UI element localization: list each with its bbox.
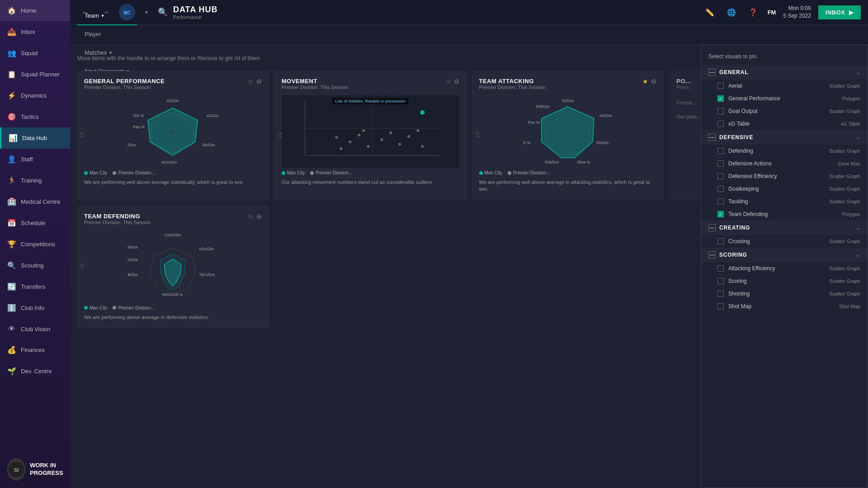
sidebar-item-scouting[interactable]: 🔍Scouting [0,255,70,276]
search-icon[interactable]: 🔍 [158,7,168,17]
staff-icon: 👤 [7,155,16,164]
sidebar-label-medical-centre: Medical Centre [21,198,60,205]
svg-text:xG/Gm: xG/Gm [207,113,218,118]
section-header-left: — DEFENSIVE [708,134,753,141]
visual-checkbox-defensive-efficiency[interactable] [717,173,724,179]
section-header-defensive[interactable]: — DEFENSIVE ⌄ [701,130,868,145]
section-defensive: — DEFENSIVE ⌄ Defending Scatter Graph De… [701,130,868,221]
section-header-general[interactable]: — GENERAL ⌄ [701,65,868,80]
sidebar-item-transfers[interactable]: 🔄Transfers [0,276,70,297]
tactics-icon: 🎯 [7,113,16,121]
visual-item-aerial[interactable]: Aerial Scatter Graph [701,80,868,92]
visual-item-crossing[interactable]: Crossing Scatter Graph [701,235,868,248]
globe-icon-button[interactable]: 🌐 [724,5,739,19]
svg-text:Tck %: Tck % [173,292,183,297]
svg-text:Sh/Gm: Sh/Gm [202,143,215,147]
visual-checkbox-crossing[interactable] [717,238,724,244]
star-button[interactable]: ☆ [248,78,254,85]
section-toggle-general[interactable]: — [708,69,716,76]
visual-checkbox-tackling[interactable] [717,198,724,205]
visual-checkbox-attacking-efficiency[interactable] [717,265,724,272]
sidebar-item-dev-centre[interactable]: 🌱Dev. Centre [0,361,70,382]
section-header-scoring[interactable]: — SCORING ⌄ [701,248,868,262]
remove-button[interactable]: ⊖ [256,213,262,220]
visual-item-goal-output[interactable]: Goal Output Scatter Graph [701,105,868,117]
remove-button[interactable]: ⊖ [651,78,656,85]
card-title: MOVEMENT [282,78,348,84]
medical-centre-icon: 🏥 [7,197,16,206]
sidebar-label-tactics: Tactics [21,113,39,120]
visual-item-general-performance[interactable]: ✓ General Performance Polygon [701,92,868,105]
sidebar-label-squad: Squad [21,50,38,56]
sidebar-item-staff[interactable]: 👤Staff [0,149,70,170]
section-toggle-scoring[interactable]: — [708,251,716,258]
visual-checkbox-shooting[interactable] [717,291,724,297]
subnav-item-overview[interactable]: Overview [77,0,137,7]
visual-type: Zone Map [838,161,860,166]
club-chevron-button[interactable]: ▼ [141,8,152,17]
division-label: Premier Division... [118,170,155,175]
pencil-icon-button[interactable]: ✏️ [703,5,717,19]
sidebar-item-schedule[interactable]: 📅Schedule [0,212,70,234]
visual-checkbox-xg-table[interactable] [717,121,724,127]
section-header-creating[interactable]: — CREATING ⌄ [701,221,868,235]
sidebar-item-squad-planner[interactable]: 📋Squad Planner [0,64,70,85]
legend: Man City Premier Division... [282,170,459,175]
visual-checkbox-goal-output[interactable] [717,108,724,114]
visual-item-team-defending[interactable]: ✓ Team Defending Polygon [701,208,868,221]
remove-button[interactable]: ⊖ [256,78,262,85]
visual-checkbox-team-defending[interactable]: ✓ [717,211,724,217]
subnav-item-team[interactable]: Team▼ [77,7,137,25]
section-toggle-creating[interactable]: — [708,224,716,231]
star-button[interactable]: ★ [642,78,648,85]
visual-item-shot-map[interactable]: Shot Map Shot Map [701,300,868,313]
sidebar-item-tactics[interactable]: 🎯Tactics [0,106,70,127]
sidebar-item-home[interactable]: 🏠Home [0,0,70,21]
visual-item-goalkeeping[interactable]: Goalkeeping Scatter Graph [701,183,868,195]
svg-text:Conc/Gm: Conc/Gm [127,143,136,147]
visual-item-scoring[interactable]: Scoring Scatter Graph [701,275,868,287]
sidebar-item-club-info[interactable]: ℹ️Club Info [0,297,70,319]
sidebar-item-data-hub[interactable]: 📊Data Hub [0,127,70,149]
sidebar-item-medical-centre[interactable]: 🏥Medical Centre [0,191,70,212]
visual-type: Scatter Graph [830,83,860,89]
visual-checkbox-defensive-actions[interactable] [717,160,724,167]
visual-item-tackling[interactable]: Tackling Scatter Graph [701,195,868,208]
star-button[interactable]: ☆ [445,78,451,85]
visual-checkbox-scoring[interactable] [717,278,724,284]
subnav-item-player[interactable]: Player [77,25,137,44]
transfers-icon: 🔄 [7,282,16,291]
visual-checkbox-shot-map[interactable] [717,303,724,310]
sidebar-item-club-vision[interactable]: 👁Club Vision [0,319,70,339]
sidebar-item-inbox[interactable]: 📥Inbox [0,21,70,42]
visual-item-shooting[interactable]: Shooting Scatter Graph [701,287,868,300]
visual-checkbox-defending[interactable] [717,148,724,154]
sidebar-item-squad[interactable]: 👥Squad [0,42,70,64]
sidebar-item-dynamics[interactable]: ⚡Dynamics [0,85,70,106]
visual-item-defending[interactable]: Defending Scatter Graph [701,145,868,157]
visual-checkbox-goalkeeping[interactable] [717,186,724,192]
sidebar-item-competitions[interactable]: 🏆Competitions [0,234,70,255]
visual-checkbox-aerial[interactable] [717,83,724,89]
card-team-attacking: ⠿ TEAM ATTACKING Premier Division, This … [472,71,664,200]
sidebar-item-finances[interactable]: 💰Finances [0,339,70,361]
visual-item-defensive-efficiency[interactable]: Defensive Efficiency Scatter Graph [701,170,868,183]
sidebar-item-training[interactable]: 🏃Training [0,170,70,191]
svg-marker-45 [542,107,594,158]
training-icon: 🏃 [7,176,16,185]
help-icon-button[interactable]: ❓ [746,5,760,19]
visual-item-attacking-efficiency[interactable]: Attacking Efficiency Scatter Graph [701,262,868,275]
section-toggle-defensive[interactable]: — [708,134,716,141]
remove-button[interactable]: ⊖ [454,78,459,85]
visual-item-defensive-actions[interactable]: Defensive Actions Zone Map [701,157,868,170]
visual-type: Scatter Graph [830,108,860,114]
star-button[interactable]: ☆ [248,213,254,220]
inbox-button[interactable]: INBOX ▶ [818,5,861,19]
polygon-chart-attacking: GI/Gm xG/Gm Sh/Gm Shot % Drb/Gm Cr % Pas… [479,95,657,168]
svg-point-21 [335,136,338,139]
visual-checkbox-general-performance[interactable]: ✓ [717,95,724,102]
sidebar-label-finances: Finances [21,347,45,353]
sidebar-label-home: Home [21,7,37,14]
date-display: Mon 0:00 5 Sep 2022 [783,5,811,20]
visual-item-xg-table[interactable]: xG Table xG Table [701,117,868,130]
